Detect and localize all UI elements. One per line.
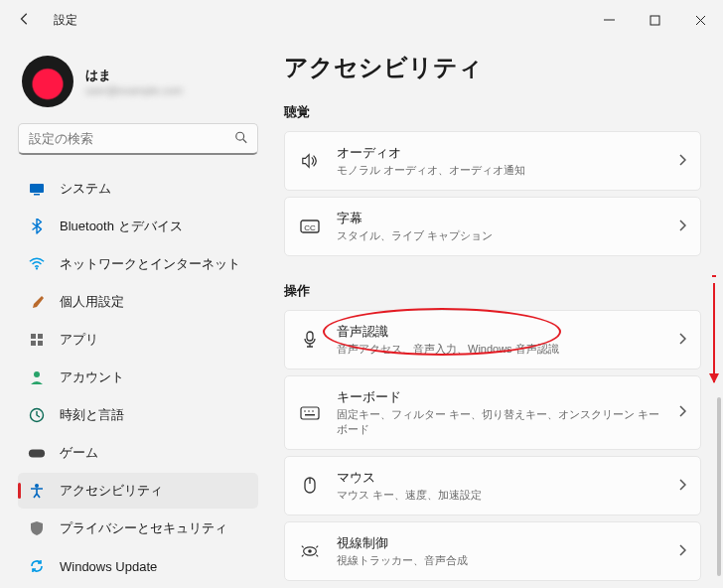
user-block[interactable]: はま user@example.com bbox=[22, 56, 258, 107]
sidebar: はま user@example.com システムBluetooth とデバイスネ… bbox=[0, 40, 268, 588]
svg-point-11 bbox=[34, 371, 40, 377]
settings-card-speaker[interactable]: オーディオ モノラル オーディオ、オーディオ通知 bbox=[284, 131, 701, 191]
sidebar-item-clock[interactable]: 時刻と言語 bbox=[18, 397, 258, 433]
card-text: 視線制御 視線トラッカー、音声合成 bbox=[337, 534, 662, 568]
search-wrap bbox=[18, 123, 258, 155]
chevron-right-icon bbox=[678, 220, 686, 234]
sidebar-item-label: アカウント bbox=[60, 368, 124, 386]
account-icon bbox=[28, 368, 46, 386]
nav: システムBluetooth とデバイスネットワークとインターネット個人用設定アプ… bbox=[18, 171, 258, 584]
settings-card-cc[interactable]: CC 字幕 スタイル、ライブ キャプション bbox=[284, 197, 701, 256]
svg-line-3 bbox=[243, 139, 247, 143]
clock-icon bbox=[28, 406, 46, 424]
card-desc: 視線トラッカー、音声合成 bbox=[337, 553, 662, 568]
svg-rect-22 bbox=[305, 414, 315, 416]
sidebar-item-brush[interactable]: 個人用設定 bbox=[18, 284, 258, 320]
card-title: 視線制御 bbox=[337, 534, 662, 552]
sidebar-item-label: システム bbox=[60, 180, 111, 198]
svg-point-14 bbox=[35, 484, 39, 488]
card-text: オーディオ モノラル オーディオ、オーディオ通知 bbox=[337, 144, 662, 178]
svg-rect-18 bbox=[301, 407, 319, 419]
update-icon bbox=[28, 557, 46, 575]
sidebar-item-label: Bluetooth とデバイス bbox=[60, 218, 183, 235]
sidebar-item-label: ゲーム bbox=[60, 444, 98, 462]
settings-card-keyboard[interactable]: キーボード 固定キー、フィルター キー、切り替えキー、オンスクリーン キーボード bbox=[284, 375, 701, 450]
maximize-button[interactable] bbox=[632, 0, 677, 40]
sidebar-item-account[interactable]: アカウント bbox=[18, 360, 258, 395]
sidebar-item-bluetooth[interactable]: Bluetooth とデバイス bbox=[18, 209, 258, 244]
svg-rect-4 bbox=[30, 184, 44, 193]
sidebar-item-accessibility[interactable]: アクセシビリティ bbox=[18, 473, 258, 509]
svg-point-20 bbox=[308, 410, 310, 412]
sidebar-item-label: プライバシーとセキュリティ bbox=[60, 519, 227, 537]
svg-point-19 bbox=[304, 410, 306, 412]
sidebar-item-label: 個人用設定 bbox=[60, 293, 124, 311]
speaker-icon bbox=[299, 153, 321, 169]
shield-icon bbox=[28, 519, 46, 537]
sidebar-item-label: ネットワークとインターネット bbox=[60, 255, 240, 273]
svg-point-26 bbox=[308, 549, 312, 553]
monitor-icon bbox=[28, 180, 46, 198]
scrollbar[interactable] bbox=[717, 397, 721, 576]
section-label: 聴覚 bbox=[284, 103, 701, 121]
card-text: 音声認識 音声アクセス、音声入力、Windows 音声認識 bbox=[337, 323, 662, 357]
chevron-right-icon bbox=[678, 405, 686, 420]
card-text: キーボード 固定キー、フィルター キー、切り替えキー、オンスクリーン キーボード bbox=[337, 388, 662, 437]
sidebar-item-label: アプリ bbox=[60, 331, 98, 349]
sidebar-item-label: 時刻と言語 bbox=[60, 406, 124, 424]
eye-icon bbox=[299, 544, 321, 558]
sidebar-item-label: Windows Update bbox=[60, 559, 157, 574]
search-icon bbox=[234, 131, 248, 148]
user-email: user@example.com bbox=[85, 84, 183, 96]
card-text: 字幕 スタイル、ライブ キャプション bbox=[337, 210, 662, 243]
svg-point-21 bbox=[312, 410, 314, 412]
cc-icon: CC bbox=[299, 219, 321, 234]
sidebar-item-label: アクセシビリティ bbox=[60, 482, 163, 500]
card-desc: マウス キー、速度、加速設定 bbox=[337, 488, 662, 503]
svg-point-2 bbox=[236, 132, 244, 140]
settings-card-mouse[interactable]: マウス マウス キー、速度、加速設定 bbox=[284, 456, 701, 515]
back-button[interactable] bbox=[18, 12, 36, 29]
brush-icon bbox=[28, 293, 46, 311]
svg-rect-8 bbox=[38, 334, 43, 339]
chevron-right-icon bbox=[678, 333, 686, 348]
card-title: 字幕 bbox=[337, 210, 662, 227]
chevron-right-icon bbox=[678, 544, 686, 559]
svg-rect-5 bbox=[34, 194, 40, 196]
minimize-button[interactable] bbox=[586, 0, 632, 40]
game-icon bbox=[28, 444, 46, 462]
sidebar-item-monitor[interactable]: システム bbox=[18, 171, 258, 207]
svg-rect-17 bbox=[307, 332, 313, 341]
chevron-right-icon bbox=[678, 479, 686, 494]
keyboard-icon bbox=[299, 406, 321, 420]
close-button[interactable] bbox=[677, 0, 723, 40]
mouse-icon bbox=[299, 477, 321, 495]
avatar bbox=[22, 56, 73, 107]
settings-card-eye[interactable]: 視線制御 視線トラッカー、音声合成 bbox=[284, 521, 701, 581]
annotation-arrow-cap bbox=[712, 275, 716, 277]
card-title: オーディオ bbox=[337, 144, 662, 162]
card-desc: 固定キー、フィルター キー、切り替えキー、オンスクリーン キーボード bbox=[337, 407, 662, 437]
card-desc: スタイル、ライブ キャプション bbox=[337, 228, 662, 243]
sidebar-item-wifi[interactable]: ネットワークとインターネット bbox=[18, 246, 258, 282]
card-title: マウス bbox=[337, 469, 662, 487]
svg-text:CC: CC bbox=[304, 223, 316, 232]
sidebar-item-shield[interactable]: プライバシーとセキュリティ bbox=[18, 511, 258, 546]
chevron-right-icon bbox=[678, 154, 686, 169]
card-desc: 音声アクセス、音声入力、Windows 音声認識 bbox=[337, 342, 662, 357]
titlebar: 設定 bbox=[0, 0, 723, 40]
search-input[interactable] bbox=[18, 123, 258, 155]
sidebar-item-update[interactable]: Windows Update bbox=[18, 548, 258, 584]
svg-rect-1 bbox=[651, 16, 659, 25]
settings-card-mic[interactable]: 音声認識 音声アクセス、音声入力、Windows 音声認識 bbox=[284, 310, 701, 369]
sidebar-item-game[interactable]: ゲーム bbox=[18, 435, 258, 471]
section-label: 操作 bbox=[284, 282, 701, 300]
apps-icon bbox=[28, 331, 46, 349]
user-name: はま bbox=[85, 67, 183, 84]
svg-rect-9 bbox=[31, 341, 36, 346]
card-text: マウス マウス キー、速度、加速設定 bbox=[337, 469, 662, 503]
card-title: キーボード bbox=[337, 388, 662, 406]
sidebar-item-apps[interactable]: アプリ bbox=[18, 322, 258, 358]
window-controls bbox=[586, 0, 723, 40]
svg-rect-10 bbox=[38, 341, 43, 346]
